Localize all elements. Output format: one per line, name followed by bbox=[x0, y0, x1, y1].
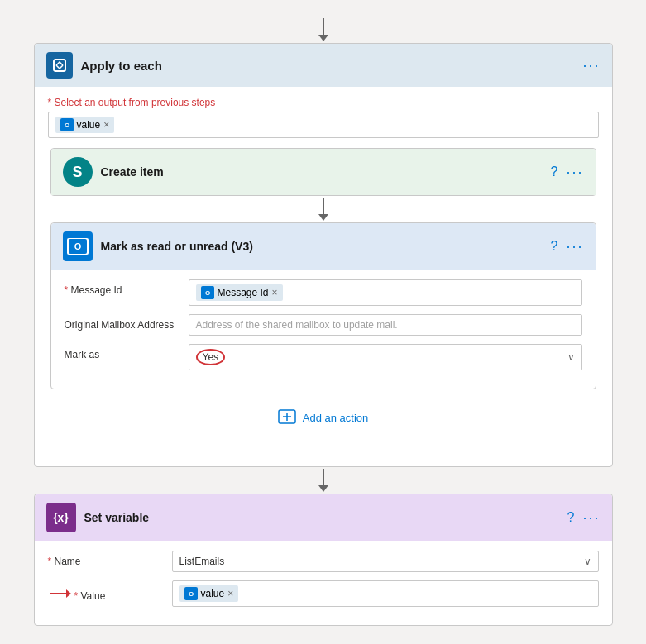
add-action-label: Add an action bbox=[303, 412, 369, 424]
red-arrow-annotation bbox=[48, 586, 71, 601]
name-dropdown-value: ListEmails bbox=[179, 556, 225, 567]
value-tag-label: value bbox=[201, 588, 225, 599]
message-id-label: * Message Id bbox=[65, 279, 189, 296]
add-action-icon bbox=[278, 409, 296, 427]
value-tag-icon: O bbox=[184, 587, 198, 600]
message-id-tag-label: Message Id bbox=[218, 287, 269, 298]
apply-each-body: * Select an output from previous steps O… bbox=[35, 87, 612, 466]
apply-each-header: Apply to each ··· bbox=[35, 44, 612, 87]
apply-each-input[interactable]: O value × bbox=[48, 112, 599, 138]
set-variable-title: Set variable bbox=[84, 511, 150, 524]
value-tag-sv: O value × bbox=[179, 585, 239, 602]
variable-icon: {x} bbox=[46, 503, 76, 532]
svg-marker-11 bbox=[66, 589, 71, 598]
apply-each-icon bbox=[46, 52, 73, 79]
value-tag: O value × bbox=[55, 117, 115, 133]
create-item-title: Create item bbox=[101, 165, 164, 179]
create-item-card: Create item ? ··· bbox=[50, 148, 596, 196]
message-id-row: * Message Id O bbox=[65, 279, 582, 306]
mark-as-read-header: O Mark as read or unread (V3) ? ··· bbox=[51, 223, 596, 270]
svg-text:O: O bbox=[64, 122, 69, 129]
add-action-area: Add an action bbox=[265, 403, 382, 433]
message-id-tag-icon: O bbox=[201, 286, 214, 299]
message-id-tag-close[interactable]: × bbox=[272, 287, 278, 298]
mark-as-dropdown[interactable]: Yes ∨ bbox=[189, 344, 582, 370]
value-label: * Value bbox=[74, 585, 106, 602]
set-variable-more-button[interactable]: ··· bbox=[582, 509, 600, 527]
name-label: * Name bbox=[48, 551, 172, 567]
name-dropdown[interactable]: ListEmails ∨ bbox=[172, 551, 599, 572]
svg-text:O: O bbox=[74, 241, 81, 251]
set-variable-card: {x} Set variable ? ··· * Name ListEmails bbox=[34, 494, 613, 626]
message-id-input[interactable]: O Message Id × bbox=[189, 279, 582, 306]
svg-text:O: O bbox=[188, 590, 193, 598]
tag-close-button[interactable]: × bbox=[103, 119, 109, 131]
mailbox-address-row: Original Mailbox Address Address of the … bbox=[65, 314, 582, 336]
value-tag-close[interactable]: × bbox=[227, 588, 233, 599]
apply-each-title: Apply to each bbox=[81, 59, 162, 73]
outlook-inner-icon: O bbox=[67, 238, 89, 255]
top-connector bbox=[318, 18, 328, 41]
tag-label: value bbox=[77, 119, 101, 131]
mark-as-row: Mark as Yes ∨ bbox=[65, 344, 582, 370]
name-row: * Name ListEmails ∨ bbox=[48, 551, 599, 572]
sharepoint-icon bbox=[63, 157, 93, 187]
set-variable-help-icon[interactable]: ? bbox=[567, 510, 575, 525]
mark-as-read-more-button[interactable]: ··· bbox=[566, 238, 583, 255]
mailbox-address-input[interactable]: Address of the shared mailbox to update … bbox=[189, 314, 582, 336]
value-input[interactable]: O value × bbox=[172, 580, 599, 607]
svg-text:O: O bbox=[204, 289, 209, 297]
create-item-header: Create item ? ··· bbox=[51, 149, 596, 195]
inner-flow: Create item ? ··· bbox=[48, 148, 599, 446]
mark-as-label: Mark as bbox=[65, 344, 189, 360]
mailbox-address-label: Original Mailbox Address bbox=[65, 314, 189, 331]
message-id-tag: O Message Id × bbox=[196, 284, 283, 301]
value-row: * Value O value × bbox=[48, 580, 599, 607]
mark-as-chevron-icon: ∨ bbox=[567, 351, 575, 363]
apply-each-field-label: * Select an output from previous steps bbox=[48, 97, 599, 108]
add-action-button[interactable]: Add an action bbox=[265, 403, 382, 433]
create-item-more-button[interactable]: ··· bbox=[566, 164, 583, 181]
mark-as-read-card: O Mark as read or unread (V3) ? ··· bbox=[50, 222, 596, 389]
tag-outlook-icon: O bbox=[60, 118, 74, 131]
apply-each-more-button[interactable]: ··· bbox=[582, 57, 600, 74]
create-item-help-icon[interactable]: ? bbox=[551, 165, 558, 179]
mark-as-read-body: * Message Id O bbox=[51, 270, 596, 389]
mark-as-read-title: Mark as read or unread (V3) bbox=[101, 240, 253, 253]
inner-connector-1 bbox=[318, 198, 328, 221]
yes-circled: Yes bbox=[196, 349, 226, 365]
outer-connector bbox=[318, 469, 328, 492]
mark-as-read-help-icon[interactable]: ? bbox=[551, 239, 558, 254]
name-chevron-icon: ∨ bbox=[584, 556, 591, 567]
set-variable-body: * Name ListEmails ∨ bbox=[35, 541, 612, 625]
apply-each-card: Apply to each ··· * Select an output fro… bbox=[34, 43, 613, 467]
set-variable-header: {x} Set variable ? ··· bbox=[35, 494, 612, 541]
outlook-step-icon: O bbox=[63, 231, 93, 261]
